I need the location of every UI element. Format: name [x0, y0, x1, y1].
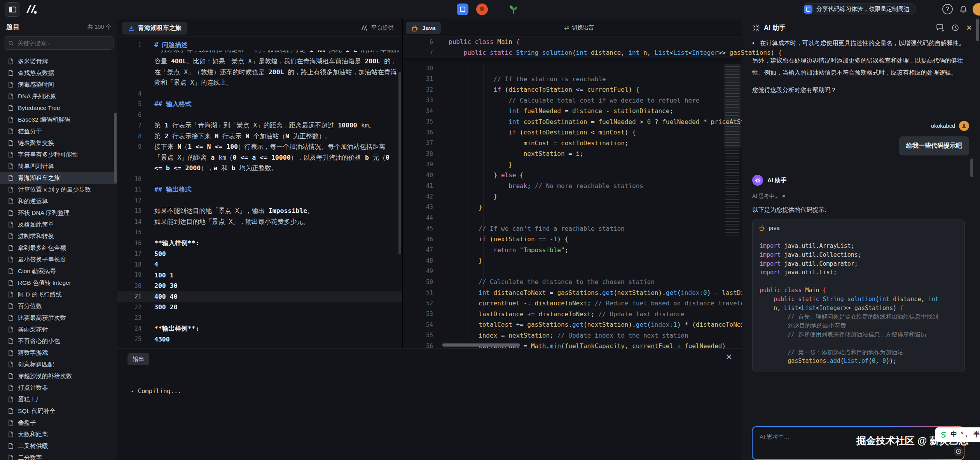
sidebar-item[interactable]: 暴雨梨花针: [0, 324, 117, 335]
sidebar-item[interactable]: 进制求和转换: [0, 230, 117, 242]
provided-by-label: 平台提供: [371, 24, 394, 31]
sidebar-item[interactable]: 阿 D 的飞行路线: [0, 289, 117, 300]
problem-list: 多米诺骨牌查找热点数据病毒感染时间DNA 序列还原Bytedance TreeB…: [0, 56, 117, 460]
document-icon: [8, 326, 14, 333]
sidebar-item[interactable]: DNA 序列还原: [0, 91, 117, 102]
provided-by: 平台提供: [360, 24, 394, 31]
markdown-line: 7第 1 行表示「青海湖」到「景点 X」的距离，距离最远不超过 10000 km…: [117, 120, 402, 131]
sidebar-item[interactable]: RGB 色值转 Integer: [0, 277, 117, 289]
sidebar-item[interactable]: 多米诺骨牌: [0, 56, 117, 67]
sidebar-item[interactable]: 简单四则计算: [0, 160, 117, 172]
sidebar-toggle-button[interactable]: [5, 2, 20, 17]
markdown-line: 10: [117, 174, 402, 185]
document-icon: [8, 152, 14, 158]
user-message-header: okokabcd: [752, 121, 969, 131]
new-chat-icon[interactable]: [936, 24, 945, 32]
ime-punct-mode: °，: [961, 430, 970, 439]
ai-code-line: import java.util.ArrayList;: [760, 242, 957, 251]
user-avatar[interactable]: [973, 3, 980, 16]
sidebar-item[interactable]: 叠盘子: [0, 417, 117, 429]
history-icon[interactable]: [951, 24, 959, 32]
code-line: 36 if (costToDestination < minCost) {: [403, 127, 742, 138]
code-line: 51 int distanceToNext = gasStations.get(…: [403, 288, 742, 298]
java-cup-icon: [411, 24, 419, 32]
code-line: 35 int costToDestination = fuelNeeded > …: [403, 117, 742, 127]
sidebar-item[interactable]: 拿到最多红包金额: [0, 242, 117, 254]
document-icon: [8, 350, 14, 356]
extension-blue-icon[interactable]: [457, 3, 468, 15]
sidebar-item-label: 拿到最多红包金额: [18, 244, 66, 252]
notifications-button[interactable]: [958, 4, 968, 14]
markdown-line: 184: [117, 259, 402, 270]
problem-tab-label: 青海湖租车之旅: [138, 24, 182, 32]
markdown-line: 容量 400L。比如：如果「景点 X」是敦煌，我们在青海湖租车前油箱是 200L…: [117, 56, 402, 67]
sidebar-item[interactable]: Cion 勒索病毒: [0, 265, 117, 277]
sidebar-item[interactable]: SQL 代码补全: [0, 405, 117, 417]
sidebar-item[interactable]: 二分数字: [0, 452, 117, 460]
code-line: 50 // Calculate the distance to the chos…: [403, 277, 742, 288]
sidebar-item[interactable]: 穿越沙漠的补给次数: [0, 370, 117, 382]
sidebar-item[interactable]: 不再贪心的小包: [0, 335, 117, 347]
problem-scrollbar[interactable]: [398, 72, 401, 254]
sidebar-item[interactable]: 和的逆运算: [0, 195, 117, 207]
markdown-line: 19100 1: [117, 270, 402, 281]
sidebar-item-label: 大数和距离: [18, 430, 48, 439]
sidebar-item[interactable]: 比赛最高获胜次数: [0, 312, 117, 324]
sidebar-item[interactable]: 蛋糕工厂: [0, 394, 117, 405]
search-box[interactable]: [4, 36, 114, 50]
sidebar-item[interactable]: 链表聚集交换: [0, 137, 117, 149]
document-icon: [8, 455, 14, 460]
assistant-status: AI 思考中...: [752, 193, 969, 200]
markdown-line: 16**输入样例**:: [117, 238, 402, 249]
sidebar-item[interactable]: 最小替换子串长度: [0, 254, 117, 265]
sidebar-item[interactable]: 大数和距离: [0, 429, 117, 440]
output-close-icon[interactable]: ✕: [725, 353, 732, 361]
ai-close-icon[interactable]: ✕: [966, 23, 972, 32]
code-line: 32 if (distanceToStation <= currentFuel)…: [403, 84, 742, 95]
editor-code-area[interactable]: 3031 // If the station is reachable32 if…: [403, 58, 742, 348]
ime-status-bar[interactable]: 中 °， 半: [935, 427, 980, 442]
sidebar-item[interactable]: Bytedance Tree: [0, 102, 117, 114]
sidebar-item[interactable]: 创意标题匹配: [0, 359, 117, 370]
ai-scrollbar[interactable]: [970, 159, 973, 177]
language-tab-java[interactable]: Java: [406, 22, 441, 34]
search-input[interactable]: [17, 40, 109, 47]
sidebar-item[interactable]: 字符串有多少种可能性: [0, 149, 117, 160]
sidebar-item[interactable]: 病毒感染时间: [0, 79, 117, 91]
markdown-line: 「景点 X」的距离 a km（0 <= a <= 10000），以及每升汽油的价…: [117, 152, 402, 163]
record-button[interactable]: [954, 447, 963, 456]
problem-tab[interactable]: 青海湖租车之旅: [122, 22, 187, 35]
minimap-viewport: [724, 64, 741, 148]
sidebar-item[interactable]: Base32 编码和解码: [0, 114, 117, 125]
sidebar-item[interactable]: 查找热点数据: [0, 67, 117, 79]
markdown-line: 17500: [117, 249, 402, 260]
switch-language-button[interactable]: ⇄ 切换语言: [564, 24, 594, 31]
sidebar-item[interactable]: 二叉树供暖: [0, 440, 117, 452]
sidebar-item[interactable]: 青海湖租车之旅: [0, 172, 117, 184]
page-scrollbar[interactable]: [976, 19, 979, 41]
java-cup-icon: [759, 225, 765, 231]
record-red-icon[interactable]: [476, 3, 488, 15]
document-icon: [8, 408, 14, 414]
help-icon: ?: [946, 6, 950, 13]
code-line: 45 // If we can't find a reachable stati…: [403, 223, 742, 234]
code-block-header: java: [753, 220, 964, 236]
ai-code-line: // 首先，理解问题是要在给定的路线和加油站信息中找到: [760, 312, 957, 321]
sidebar-item-label: 最小替换子串长度: [18, 256, 66, 264]
sidebar-item[interactable]: 及格如此简单: [0, 219, 117, 230]
sidebar-item[interactable]: 猜数字游戏: [0, 347, 117, 359]
bell-icon: [959, 5, 968, 14]
problem-markdown-editor[interactable]: 1# 问题描述「月牙泉」等，线路的距离是唯一 的，假设我们每走 1 km 消耗 …: [117, 37, 402, 348]
sidebar-item[interactable]: 计算位置 x 到 y 的最少步数: [0, 184, 117, 195]
editor-horizontal-scrollbar[interactable]: [442, 343, 520, 347]
plant-green-icon[interactable]: [508, 3, 519, 15]
sidebar-item-label: 百分位数: [18, 302, 42, 310]
help-button[interactable]: ?: [942, 4, 953, 14]
sidebar-item[interactable]: 猫鱼分干: [0, 125, 117, 137]
sidebar-scrollbar[interactable]: [114, 113, 117, 183]
sidebar-item[interactable]: 百分位数: [0, 300, 117, 312]
markdown-line: 11## 输出格式: [117, 185, 402, 195]
sidebar-item[interactable]: 打点计数器: [0, 382, 117, 394]
share-campaign-pill[interactable]: 分享代码练习体验，领限量定制周边: [802, 3, 916, 15]
sidebar-item[interactable]: 环状 DNA 序列整理: [0, 207, 117, 219]
